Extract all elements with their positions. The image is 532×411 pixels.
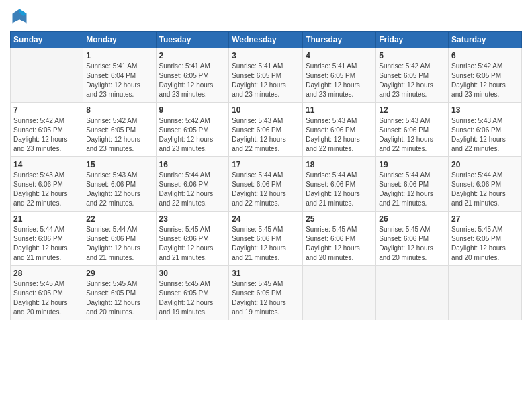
day-info: Sunrise: 5:41 AM Sunset: 6:04 PM Dayligh… bbox=[86, 62, 152, 99]
calendar-cell: 21Sunrise: 5:44 AM Sunset: 6:06 PM Dayli… bbox=[11, 212, 83, 266]
calendar-cell: 16Sunrise: 5:44 AM Sunset: 6:06 PM Dayli… bbox=[156, 157, 229, 212]
calendar-header: SundayMondayTuesdayWednesdayThursdayFrid… bbox=[11, 32, 522, 48]
day-number: 24 bbox=[232, 214, 300, 224]
day-info: Sunrise: 5:44 AM Sunset: 6:06 PM Dayligh… bbox=[451, 171, 519, 208]
weekday-header-sunday: Sunday bbox=[11, 32, 83, 48]
day-number: 5 bbox=[379, 51, 445, 60]
calendar-week-3: 14Sunrise: 5:43 AM Sunset: 6:06 PM Dayli… bbox=[11, 157, 522, 212]
calendar-table: SundayMondayTuesdayWednesdayThursdayFrid… bbox=[10, 31, 522, 320]
day-number: 23 bbox=[159, 214, 226, 224]
day-info: Sunrise: 5:43 AM Sunset: 6:06 PM Dayligh… bbox=[451, 116, 519, 154]
day-info: Sunrise: 5:43 AM Sunset: 6:06 PM Dayligh… bbox=[232, 116, 300, 154]
calendar-cell: 14Sunrise: 5:43 AM Sunset: 6:06 PM Dayli… bbox=[11, 157, 83, 212]
day-info: Sunrise: 5:45 AM Sunset: 6:05 PM Dayligh… bbox=[451, 225, 519, 263]
day-number: 21 bbox=[13, 214, 80, 224]
weekday-header-monday: Monday bbox=[83, 32, 156, 48]
day-number: 7 bbox=[13, 105, 80, 115]
day-info: Sunrise: 5:42 AM Sunset: 6:05 PM Dayligh… bbox=[451, 62, 519, 99]
logo-icon bbox=[10, 7, 29, 26]
calendar-cell: 27Sunrise: 5:45 AM Sunset: 6:05 PM Dayli… bbox=[449, 212, 522, 266]
day-number: 2 bbox=[159, 51, 226, 60]
day-info: Sunrise: 5:45 AM Sunset: 6:05 PM Dayligh… bbox=[13, 279, 80, 317]
calendar-cell: 20Sunrise: 5:44 AM Sunset: 6:06 PM Dayli… bbox=[449, 157, 522, 212]
calendar-cell: 18Sunrise: 5:44 AM Sunset: 6:06 PM Dayli… bbox=[303, 157, 376, 212]
header bbox=[10, 7, 522, 26]
day-info: Sunrise: 5:45 AM Sunset: 6:05 PM Dayligh… bbox=[86, 279, 152, 317]
day-info: Sunrise: 5:44 AM Sunset: 6:06 PM Dayligh… bbox=[232, 171, 300, 208]
calendar-cell bbox=[376, 266, 449, 320]
weekday-header-tuesday: Tuesday bbox=[156, 32, 229, 48]
calendar-cell: 3Sunrise: 5:41 AM Sunset: 6:05 PM Daylig… bbox=[229, 48, 303, 103]
day-number: 17 bbox=[232, 160, 300, 169]
calendar-week-1: 1Sunrise: 5:41 AM Sunset: 6:04 PM Daylig… bbox=[11, 48, 522, 103]
day-info: Sunrise: 5:45 AM Sunset: 6:06 PM Dayligh… bbox=[379, 225, 445, 263]
day-number: 20 bbox=[451, 160, 519, 169]
weekday-header-friday: Friday bbox=[376, 32, 449, 48]
day-info: Sunrise: 5:44 AM Sunset: 6:06 PM Dayligh… bbox=[159, 171, 226, 208]
day-info: Sunrise: 5:42 AM Sunset: 6:05 PM Dayligh… bbox=[86, 116, 152, 154]
day-info: Sunrise: 5:45 AM Sunset: 6:06 PM Dayligh… bbox=[306, 225, 373, 263]
day-number: 12 bbox=[379, 105, 445, 115]
day-number: 28 bbox=[13, 269, 80, 278]
calendar-cell: 15Sunrise: 5:43 AM Sunset: 6:06 PM Dayli… bbox=[83, 157, 156, 212]
calendar-cell bbox=[11, 48, 83, 103]
day-number: 9 bbox=[159, 105, 226, 115]
calendar-cell: 25Sunrise: 5:45 AM Sunset: 6:06 PM Dayli… bbox=[303, 212, 376, 266]
day-number: 13 bbox=[451, 105, 519, 115]
day-info: Sunrise: 5:44 AM Sunset: 6:06 PM Dayligh… bbox=[13, 225, 80, 263]
day-number: 11 bbox=[306, 105, 373, 115]
day-info: Sunrise: 5:41 AM Sunset: 6:05 PM Dayligh… bbox=[306, 62, 373, 99]
day-info: Sunrise: 5:42 AM Sunset: 6:05 PM Dayligh… bbox=[159, 116, 226, 154]
calendar-cell: 23Sunrise: 5:45 AM Sunset: 6:06 PM Dayli… bbox=[156, 212, 229, 266]
calendar-cell: 6Sunrise: 5:42 AM Sunset: 6:05 PM Daylig… bbox=[449, 48, 522, 103]
day-info: Sunrise: 5:42 AM Sunset: 6:05 PM Dayligh… bbox=[379, 62, 445, 99]
day-info: Sunrise: 5:41 AM Sunset: 6:05 PM Dayligh… bbox=[232, 62, 300, 99]
calendar-cell: 30Sunrise: 5:45 AM Sunset: 6:05 PM Dayli… bbox=[156, 266, 229, 320]
day-info: Sunrise: 5:44 AM Sunset: 6:06 PM Dayligh… bbox=[86, 225, 152, 263]
calendar-cell: 9Sunrise: 5:42 AM Sunset: 6:05 PM Daylig… bbox=[156, 103, 229, 157]
calendar-cell: 28Sunrise: 5:45 AM Sunset: 6:05 PM Dayli… bbox=[11, 266, 83, 320]
day-info: Sunrise: 5:45 AM Sunset: 6:05 PM Dayligh… bbox=[232, 279, 300, 317]
day-info: Sunrise: 5:45 AM Sunset: 6:05 PM Dayligh… bbox=[159, 279, 226, 317]
day-info: Sunrise: 5:43 AM Sunset: 6:06 PM Dayligh… bbox=[86, 171, 152, 208]
day-number: 27 bbox=[451, 214, 519, 224]
calendar-cell: 2Sunrise: 5:41 AM Sunset: 6:05 PM Daylig… bbox=[156, 48, 229, 103]
day-number: 4 bbox=[306, 51, 373, 60]
day-number: 18 bbox=[306, 160, 373, 169]
calendar-cell: 19Sunrise: 5:44 AM Sunset: 6:06 PM Dayli… bbox=[376, 157, 449, 212]
day-info: Sunrise: 5:43 AM Sunset: 6:06 PM Dayligh… bbox=[13, 171, 80, 208]
day-number: 10 bbox=[232, 105, 300, 115]
day-number: 22 bbox=[86, 214, 152, 224]
day-info: Sunrise: 5:45 AM Sunset: 6:06 PM Dayligh… bbox=[159, 225, 226, 263]
weekday-header-saturday: Saturday bbox=[449, 32, 522, 48]
calendar-cell: 12Sunrise: 5:43 AM Sunset: 6:06 PM Dayli… bbox=[376, 103, 449, 157]
weekday-header-wednesday: Wednesday bbox=[229, 32, 303, 48]
calendar-cell: 11Sunrise: 5:43 AM Sunset: 6:06 PM Dayli… bbox=[303, 103, 376, 157]
day-number: 31 bbox=[232, 269, 300, 278]
calendar-cell: 8Sunrise: 5:42 AM Sunset: 6:05 PM Daylig… bbox=[83, 103, 156, 157]
day-number: 19 bbox=[379, 160, 445, 169]
weekday-header-thursday: Thursday bbox=[303, 32, 376, 48]
calendar-week-4: 21Sunrise: 5:44 AM Sunset: 6:06 PM Dayli… bbox=[11, 212, 522, 266]
calendar-cell: 29Sunrise: 5:45 AM Sunset: 6:05 PM Dayli… bbox=[83, 266, 156, 320]
calendar-cell: 13Sunrise: 5:43 AM Sunset: 6:06 PM Dayli… bbox=[449, 103, 522, 157]
logo bbox=[10, 7, 32, 26]
calendar-cell: 7Sunrise: 5:42 AM Sunset: 6:05 PM Daylig… bbox=[11, 103, 83, 157]
day-number: 1 bbox=[86, 51, 152, 60]
calendar-cell: 31Sunrise: 5:45 AM Sunset: 6:05 PM Dayli… bbox=[229, 266, 303, 320]
calendar-cell bbox=[303, 266, 376, 320]
day-info: Sunrise: 5:41 AM Sunset: 6:05 PM Dayligh… bbox=[159, 62, 226, 99]
day-number: 3 bbox=[232, 51, 300, 60]
day-number: 14 bbox=[13, 160, 80, 169]
day-number: 29 bbox=[86, 269, 152, 278]
calendar-cell: 22Sunrise: 5:44 AM Sunset: 6:06 PM Dayli… bbox=[83, 212, 156, 266]
day-info: Sunrise: 5:45 AM Sunset: 6:06 PM Dayligh… bbox=[232, 225, 300, 263]
day-number: 16 bbox=[159, 160, 226, 169]
calendar-cell: 4Sunrise: 5:41 AM Sunset: 6:05 PM Daylig… bbox=[303, 48, 376, 103]
day-info: Sunrise: 5:42 AM Sunset: 6:05 PM Dayligh… bbox=[13, 116, 80, 154]
day-info: Sunrise: 5:44 AM Sunset: 6:06 PM Dayligh… bbox=[379, 171, 445, 208]
calendar-week-2: 7Sunrise: 5:42 AM Sunset: 6:05 PM Daylig… bbox=[11, 103, 522, 157]
day-number: 26 bbox=[379, 214, 445, 224]
calendar-cell: 5Sunrise: 5:42 AM Sunset: 6:05 PM Daylig… bbox=[376, 48, 449, 103]
weekday-row: SundayMondayTuesdayWednesdayThursdayFrid… bbox=[11, 32, 522, 48]
